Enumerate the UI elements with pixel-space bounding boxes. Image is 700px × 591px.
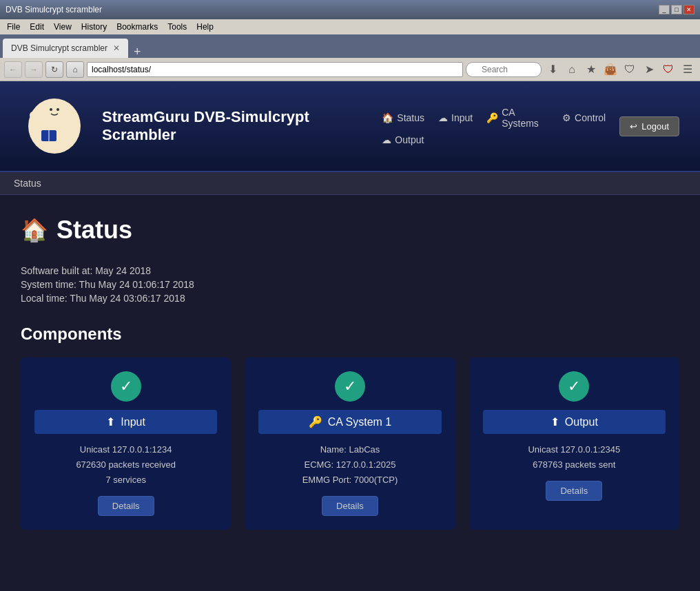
- menu-help[interactable]: Help: [192, 21, 218, 33]
- header-nav: 🏠 Status ☁ Input 🔑 CA Systems ⚙ Control: [382, 107, 606, 145]
- wallet-icon[interactable]: 👜: [602, 61, 619, 78]
- nav-ca-systems[interactable]: 🔑 CA Systems: [486, 107, 548, 129]
- nav-control[interactable]: ⚙ Control: [562, 112, 606, 123]
- tab-label: DVB Simulcrypt scrambler: [11, 43, 107, 53]
- gear-nav-icon: ⚙: [562, 112, 571, 123]
- components-title: Components: [21, 324, 679, 344]
- browser-title: DVB Simulcrypt scrambler: [6, 5, 102, 14]
- home-button[interactable]: ⌂: [66, 61, 84, 78]
- menu-view[interactable]: View: [50, 21, 76, 33]
- download-icon[interactable]: ⬇: [544, 61, 561, 78]
- header-nav-row-2: ☁ Output: [382, 134, 606, 145]
- ca-info: Name: LabCas ECMG: 127.0.0.1:2025 EMMG P…: [302, 442, 398, 488]
- logout-button[interactable]: ↩ Logout: [619, 116, 679, 136]
- output-label: ⬆ Output: [483, 410, 666, 434]
- input-icon: ⬆: [106, 415, 115, 428]
- menu-icon[interactable]: ☰: [679, 61, 696, 78]
- ca-status-icon: ✓: [335, 371, 365, 402]
- maximize-button[interactable]: □: [671, 5, 682, 14]
- window-controls[interactable]: _ □ ✕: [659, 5, 694, 14]
- title-bar: DVB Simulcrypt scrambler _ □ ✕: [0, 0, 700, 19]
- nav-icons: ⬇ ⌂ ★ 👜 🛡 ➤ 🛡 ☰: [544, 61, 696, 78]
- output-card: ✓ ⬆ Output Unicast 127.0.0.1:2345 678763…: [469, 357, 679, 530]
- site-header: StreamGuru DVB-Simulcrypt Scrambler 🏠 St…: [0, 81, 700, 172]
- svg-point-10: [55, 142, 66, 149]
- nav-input[interactable]: ☁ Input: [438, 112, 473, 123]
- nav-status[interactable]: 🏠 Status: [382, 112, 424, 123]
- ca-details-button[interactable]: Details: [322, 496, 378, 516]
- ublock-icon[interactable]: 🛡: [660, 61, 677, 78]
- output-info: Unicast 127.0.0.1:2345 678763 packets se…: [528, 442, 620, 473]
- search-input[interactable]: [466, 62, 542, 77]
- info-block: Software built at: May 24 2018 System ti…: [21, 265, 679, 304]
- title-bar-left: DVB Simulcrypt scrambler: [6, 5, 102, 14]
- key-nav-icon: 🔑: [486, 112, 498, 123]
- input-card: ✓ ⬆ Input Unicast 127.0.0.1:1234 672630 …: [21, 357, 231, 530]
- ca-icon: 🔑: [309, 415, 322, 428]
- cloud-up-icon: ☁: [438, 112, 448, 123]
- input-label: ⬆ Input: [34, 410, 217, 434]
- cloud-down-icon: ☁: [382, 134, 391, 145]
- home-icon[interactable]: ⌂: [564, 61, 580, 78]
- svg-point-3: [56, 108, 59, 111]
- input-status-icon: ✓: [111, 371, 141, 402]
- main-content: 🏠 Status Software built at: May 24 2018 …: [0, 195, 700, 550]
- software-built-at: Software built at: May 24 2018: [21, 265, 679, 276]
- page-content: StreamGuru DVB-Simulcrypt Scrambler 🏠 St…: [0, 81, 700, 591]
- page-title: 🏠 Status: [21, 216, 679, 245]
- back-button[interactable]: ←: [4, 61, 22, 78]
- header-nav-row-1: 🏠 Status ☁ Input 🔑 CA Systems ⚙ Control: [382, 107, 606, 129]
- components-grid: ✓ ⬆ Input Unicast 127.0.0.1:1234 672630 …: [21, 357, 679, 530]
- menu-edit[interactable]: Edit: [25, 21, 48, 33]
- menu-tools[interactable]: Tools: [163, 21, 191, 33]
- menu-bar: File Edit View History Bookmarks Tools H…: [0, 19, 700, 34]
- forward-button[interactable]: →: [25, 61, 43, 78]
- breadcrumb: Status: [0, 172, 700, 195]
- site-logo: [21, 95, 88, 157]
- site-title: StreamGuru DVB-Simulcrypt Scrambler: [102, 108, 382, 144]
- logout-icon: ↩: [630, 121, 637, 132]
- header-left: StreamGuru DVB-Simulcrypt Scrambler: [21, 95, 382, 157]
- url-bar[interactable]: [87, 62, 463, 77]
- ca-label: 🔑 CA System 1: [258, 410, 441, 434]
- close-button[interactable]: ✕: [683, 5, 694, 14]
- output-status-icon: ✓: [559, 371, 589, 402]
- output-details-button[interactable]: Details: [546, 481, 602, 501]
- header-right: 🏠 Status ☁ Input 🔑 CA Systems ⚙ Control: [382, 107, 679, 145]
- input-details-button[interactable]: Details: [98, 496, 154, 516]
- menu-history[interactable]: History: [77, 21, 111, 33]
- minimize-button[interactable]: _: [659, 5, 670, 14]
- nav-output[interactable]: ☁ Output: [382, 134, 424, 145]
- input-info: Unicast 127.0.0.1:1234 672630 packets re…: [76, 442, 176, 488]
- home-nav-icon: 🏠: [382, 112, 393, 123]
- system-time: System time: Thu May 24 01:06:17 2018: [21, 279, 679, 290]
- ca-system-card: ✓ 🔑 CA System 1 Name: LabCas ECMG: 127.0…: [245, 357, 455, 530]
- svg-point-8: [30, 112, 37, 118]
- menu-bookmarks[interactable]: Bookmarks: [112, 21, 162, 33]
- local-time: Local time: Thu May 24 03:06:17 2018: [21, 293, 679, 304]
- svg-point-9: [43, 142, 54, 149]
- shield-icon[interactable]: 🛡: [621, 61, 638, 78]
- tab-close-button[interactable]: ✕: [113, 43, 120, 53]
- send-icon[interactable]: ➤: [641, 61, 657, 78]
- browser-chrome: DVB Simulcrypt scrambler _ □ ✕ File Edit…: [0, 0, 700, 81]
- output-icon: ⬆: [550, 415, 559, 428]
- reload-button[interactable]: ↻: [45, 61, 63, 78]
- menu-file[interactable]: File: [3, 21, 24, 33]
- search-wrapper: 🔍: [466, 62, 542, 77]
- browser-tab[interactable]: DVB Simulcrypt scrambler ✕: [3, 39, 128, 58]
- svg-point-2: [50, 108, 52, 111]
- page-title-icon: 🏠: [21, 217, 48, 243]
- nav-bar: ← → ↻ ⌂ 🔍 ⬇ ⌂ ★ 👜 🛡 ➤ 🛡 ☰: [0, 58, 700, 81]
- tab-bar: DVB Simulcrypt scrambler ✕ +: [0, 34, 700, 58]
- new-tab-button[interactable]: +: [130, 45, 145, 58]
- bookmark-icon[interactable]: ★: [583, 61, 599, 78]
